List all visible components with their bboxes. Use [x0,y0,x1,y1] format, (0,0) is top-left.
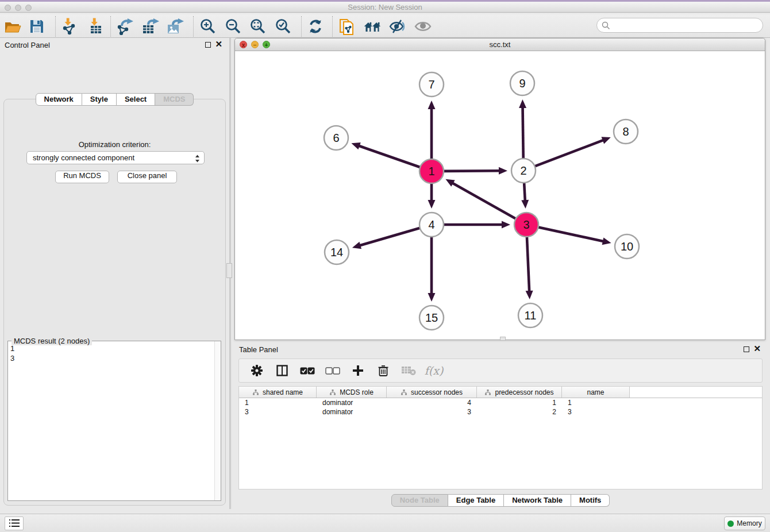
unselect-all-checkboxes-icon[interactable] [325,363,340,378]
edge-arrow-4-14 [352,242,361,249]
export-network-icon[interactable] [116,17,134,36]
table-row[interactable]: 1dominator411 [239,398,762,407]
delete-table-icon[interactable] [401,363,416,378]
node-label-9: 9 [519,77,525,90]
close-panel-button[interactable]: Close panel [117,171,177,183]
edge-3-1[interactable] [452,183,517,219]
mcds-result-text[interactable]: 1 3 [10,344,213,499]
select-all-checkboxes-icon[interactable] [300,363,315,378]
column-type-icon [401,389,407,396]
table-panel-float-icon[interactable] [744,346,749,352]
cell-shared-name[interactable]: 1 [239,398,317,407]
node-label-3: 3 [523,218,529,231]
mcds-panel: Optimization criterion: strongly connect… [3,99,226,506]
task-history-button[interactable] [5,516,24,530]
app-title: Session: New Session [0,3,770,11]
cell-predecessor-nodes[interactable]: 1 [477,398,562,407]
tab-network[interactable]: Network [36,93,82,106]
export-image-icon[interactable] [166,17,184,36]
save-session-icon[interactable] [28,17,46,36]
cell-name[interactable]: 1 [562,398,630,407]
search-input[interactable] [596,18,763,33]
panel-splitter-handle[interactable] [226,263,232,278]
node-label-7: 7 [428,78,434,91]
cell-predecessor-nodes[interactable]: 2 [477,407,562,417]
table-tab-network-table[interactable]: Network Table [504,494,571,507]
toggle-panel-columns-icon[interactable] [275,363,290,378]
edge-3-10[interactable] [537,227,604,241]
cell-name[interactable]: 3 [562,407,630,417]
delete-column-trash-icon[interactable] [376,363,391,378]
node-label-15: 15 [425,311,438,324]
cell-MCDS-role[interactable]: dominator [317,398,387,407]
edge-2-9[interactable] [523,107,523,160]
edge-2-3[interactable] [524,182,525,201]
edge-1-6[interactable] [359,146,421,168]
control-panel-close-icon[interactable]: ✕ [215,39,222,49]
optimization-criterion-select[interactable]: strongly connected component [26,151,205,164]
cytohubba-homes-icon[interactable] [363,17,382,36]
edge-2-8[interactable] [534,140,604,167]
node-label-2: 2 [520,164,526,177]
open-network-document-icon[interactable] [338,17,356,36]
edge-4-14[interactable] [359,228,421,245]
cell-successor-nodes[interactable]: 4 [387,398,477,407]
table-tab-motifs[interactable]: Motifs [571,494,610,507]
function-builder-icon[interactable]: f(x) [426,363,441,378]
table-row[interactable]: 3dominator323 [239,407,762,417]
network-window-resize-handle[interactable] [500,337,506,341]
edge-arrow-2-3 [521,200,529,209]
table-panel-close-icon[interactable]: ✕ [753,344,761,354]
node-label-4: 4 [428,218,434,231]
column-type-icon [329,389,336,396]
cell-shared-name[interactable]: 3 [239,407,317,417]
column-header-name[interactable]: name [562,387,630,398]
node-label-10: 10 [621,240,633,253]
list-icon [9,519,20,527]
column-type-icon [252,389,259,396]
column-header-MCDS-role[interactable]: MCDS role [317,387,387,398]
refresh-icon[interactable] [306,17,325,36]
tab-style[interactable]: Style [82,93,117,106]
export-table-icon[interactable] [141,17,160,36]
edge-arrow-1-2 [499,167,507,175]
settings-gear-icon[interactable] [249,363,264,378]
show-all-eye-icon[interactable] [414,17,432,36]
table-tab-edge-table[interactable]: Edge Table [448,494,504,507]
cell-MCDS-role[interactable]: dominator [317,407,387,417]
network-canvas[interactable]: 7968124314101511 [235,51,765,340]
memory-button[interactable]: Memory [724,516,765,530]
zoom-selected-icon[interactable] [274,17,292,36]
control-panel-float-icon[interactable] [205,42,211,48]
add-column-icon[interactable] [351,363,365,378]
cell-successor-nodes[interactable]: 3 [387,407,477,417]
app-titlebar: Session: New Session [0,0,770,13]
zoom-in-icon[interactable] [199,17,217,36]
edge-3-11[interactable] [527,236,529,292]
zoom-fit-icon[interactable] [249,17,267,36]
node-label-11: 11 [525,309,537,322]
tab-select[interactable]: Select [117,93,155,106]
column-header-predecessor-nodes[interactable]: predecessor nodes [477,387,562,398]
network-graph[interactable]: 7968124314101511 [235,51,765,340]
open-session-icon[interactable] [3,17,22,36]
table-panel: Table Panel ✕ [234,342,767,509]
network-window-titlebar[interactable]: x – + scc.txt [235,38,765,51]
import-network-icon[interactable] [60,17,78,36]
edge-1-2[interactable] [442,171,500,171]
hide-selected-eye-icon[interactable] [388,17,407,36]
column-header-successor-nodes[interactable]: successor nodes [387,387,477,398]
import-table-icon[interactable] [86,17,105,36]
result-scrollbar[interactable] [214,341,221,500]
run-mcds-button[interactable]: Run MCDS [55,171,109,183]
node-label-6: 6 [333,132,339,144]
edge-arrow-2-9 [519,99,526,108]
optimization-criterion-label: Optimization criterion: [4,140,225,149]
zoom-out-icon[interactable] [224,17,242,36]
edge-arrow-1-7 [428,101,436,109]
table-tab-node-table[interactable]: Node Table [391,494,448,507]
tab-mcds[interactable]: MCDS [155,93,194,106]
node-table: shared name MCDS role successor nodes pr… [238,386,763,489]
column-header-shared-name[interactable]: shared name [239,387,317,398]
edge-arrow-2-8 [602,137,611,144]
